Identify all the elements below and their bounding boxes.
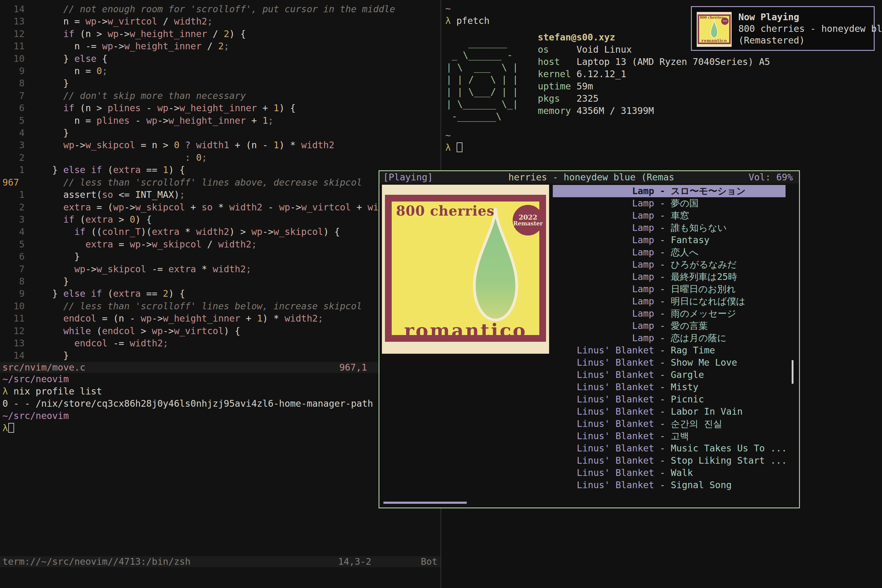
code-line: 8 }: [3, 77, 395, 89]
line-number: 12: [3, 28, 30, 39]
terminal-line: 0 - - /nix/store/cq3cx86h28j0y46ls0nhjzj…: [3, 398, 373, 410]
line-number: 7: [3, 90, 30, 101]
playlist-row[interactable]: Linus' Blanket - Labor In Vain: [549, 405, 787, 418]
code-line: 5 n = plines - wp->w_height_inner + 1;: [3, 114, 395, 127]
line-number: 7: [3, 264, 30, 274]
playlist-row[interactable]: Lamp - 恋は月の蔭に: [549, 332, 787, 344]
pfetch-command: pfetch: [456, 15, 489, 26]
code-line: 14 // not enough room for 'scrolloff', p…: [3, 3, 395, 15]
pfetch-info-row: pkgs 2325: [538, 93, 770, 105]
playlist-row[interactable]: Linus' Blanket - 순간의 진실: [549, 418, 787, 430]
playlist-row[interactable]: Lamp - ひろがるなみだ: [549, 258, 787, 271]
line-number: 1: [3, 189, 30, 200]
line-number: 8: [3, 276, 30, 286]
pfetch-info-row: uptime 59m: [538, 80, 770, 93]
prompt-lambda: λ: [445, 142, 451, 153]
line-number: 10: [3, 301, 30, 312]
code-line: 5 extra = wp->w_skipcol / width2;: [3, 238, 395, 250]
editor-pane: 14 // not enough room for 'scrolloff', p…: [0, 0, 440, 588]
line-number: 6: [3, 103, 30, 113]
album-title-text: romantico: [697, 38, 732, 43]
code-line: 14 }: [3, 350, 395, 362]
terminal-line[interactable]: λ: [3, 422, 373, 434]
playlist-row[interactable]: Lamp - 愛の言葉: [549, 320, 787, 332]
playlist-scrollbar[interactable]: [792, 360, 794, 384]
playlist-row[interactable]: Lamp - 明日になれば僕は: [549, 295, 787, 308]
terminal-line: ~/src/neovim: [3, 410, 373, 422]
player-titlebar: [Playing] herries - honeydew blue (Remas…: [380, 171, 799, 183]
playlist-row[interactable]: Linus' Blanket - Rag Time: [549, 344, 787, 357]
line-number: 2: [3, 152, 30, 163]
remaster-badge: 2022: [721, 18, 729, 25]
code-line: 6 }: [3, 250, 395, 263]
teardrop-icon: [709, 19, 719, 38]
statusline-cursor-position: 967,1: [339, 362, 367, 373]
code-line: 7 wp->w_skipcol -= extra * width2;: [3, 263, 395, 275]
code-line: 11 n -= wp->w_height_inner / 2;: [3, 40, 395, 52]
line-number: 12: [3, 326, 30, 336]
playlist-row[interactable]: Linus' Blanket - Music Takes Us To ...: [549, 442, 787, 454]
code-line: 11 endcol = (n - wp->w_height_inner + 1)…: [3, 312, 395, 325]
playlist-row-current[interactable]: Lamp - スロ〜モ〜ション: [549, 185, 787, 197]
album-thumbnail: 800 cherries 2022 romantico: [697, 12, 732, 47]
playlist-row[interactable]: Linus' Blanket - 고백: [549, 430, 787, 442]
playlist-row[interactable]: Linus' Blanket - Gargle: [549, 369, 787, 381]
playlist-row[interactable]: Lamp - 雨のメッセージ: [549, 308, 787, 320]
playlist-row[interactable]: Linus' Blanket - Picnic: [549, 393, 787, 405]
code-line: 6 if (n > plines - wp->w_height_inner + …: [3, 102, 395, 114]
pfetch-info-row: kernel 6.12.12_1: [538, 68, 770, 80]
shell-tilde: ~: [445, 3, 451, 14]
line-number: 4: [3, 226, 30, 237]
terminal-statusline: term://~/src/neovim//4713:/bin/zsh 14,3-…: [0, 556, 440, 567]
playlist-row[interactable]: Linus' Blanket - Show Me Love: [549, 357, 787, 369]
shell-prompt[interactable]: λ: [445, 142, 462, 153]
code-buffer[interactable]: 14 // not enough room for 'scrolloff', p…: [3, 3, 395, 362]
line-number: 11: [3, 41, 30, 51]
code-line: 3 if (extra > 0) {: [3, 213, 395, 226]
playlist-row[interactable]: Lamp - 誰も知らない: [549, 222, 787, 234]
terminal-buffer-name: term://~/src/neovim//4713:/bin/zsh: [3, 556, 190, 567]
editor-statusline: src/nvim/move.c 967,1: [0, 362, 440, 373]
playlist-row[interactable]: Lamp - 日曜日のお別れ: [549, 283, 787, 295]
code-line: 10 // less than 'scrolloff' lines below,…: [3, 300, 395, 312]
line-number: 5: [3, 239, 30, 250]
line-number: 4: [3, 128, 30, 138]
code-line: 3 wp->w_skipcol = n > 0 ? width1 + (n - …: [3, 139, 395, 151]
code-line: 967 // less than 'scrolloff' lines above…: [3, 176, 395, 189]
code-line: 13 n = wp->w_virtcol / width2;: [3, 15, 395, 28]
playlist-row[interactable]: Lamp - Fantasy: [549, 234, 787, 246]
code-line: 9 } else if (extra == 2) {: [3, 288, 395, 300]
playlist-row[interactable]: Lamp - 最終列車は25時: [549, 271, 787, 283]
now-playing-notification[interactable]: 800 cherries 2022 romantico Now Playing …: [691, 6, 874, 51]
playlist-row[interactable]: Linus' Blanket - Signal Song: [549, 479, 787, 491]
code-line: 9 n = 0;: [3, 65, 395, 77]
code-line: 12 while (endcol > wp->w_virtcol) {: [3, 325, 395, 337]
playlist-row[interactable]: Linus' Blanket - Misty: [549, 381, 787, 393]
line-number: 14: [3, 4, 30, 14]
code-line: 13 endcol -= width2;: [3, 337, 395, 350]
player-state-badge: [Playing]: [383, 171, 433, 183]
statusline-filename: src/nvim/move.c: [3, 362, 86, 373]
music-player-window: [Playing] herries - honeydew blue (Remas…: [378, 170, 800, 508]
playlist-row[interactable]: Linus' Blanket - Stop Liking Start ...: [549, 454, 787, 467]
notification-heading: Now Playing: [738, 11, 800, 23]
pfetch-info-row: memory 4356M / 31399M: [538, 105, 770, 117]
line-number: 10: [3, 53, 30, 64]
terminal-cursor-position: 14,3-2: [338, 556, 371, 567]
terminal-cursor: [8, 423, 14, 433]
notification-track: 800 cherries - honeydew blue: [738, 23, 882, 34]
playlist-row[interactable]: Lamp - 夢の国: [549, 197, 787, 210]
playlist-row[interactable]: Linus' Blanket - Walk: [549, 467, 787, 479]
code-line: 4 if ((colnr_T)(extra * width2) > wp->w_…: [3, 226, 395, 238]
pfetch-command-line: λ pfetch: [445, 15, 490, 26]
playlist-row[interactable]: Lamp - 車窓: [549, 210, 787, 222]
playlist-row[interactable]: Lamp - 恋人へ: [549, 246, 787, 258]
terminal-cursor: [457, 142, 462, 152]
playlist[interactable]: Lamp - スロ〜モ〜ション Lamp - 夢の国 Lamp - 車窓 Lam…: [549, 185, 787, 491]
line-number: 9: [3, 288, 30, 299]
line-number: 9: [3, 66, 30, 76]
player-progress-bar[interactable]: [383, 502, 467, 504]
terminal-line: λ nix profile list: [3, 385, 373, 398]
terminal-output[interactable]: ~/src/neovimλ nix profile list0 - - /nix…: [3, 373, 373, 434]
line-number: 13: [3, 338, 30, 348]
